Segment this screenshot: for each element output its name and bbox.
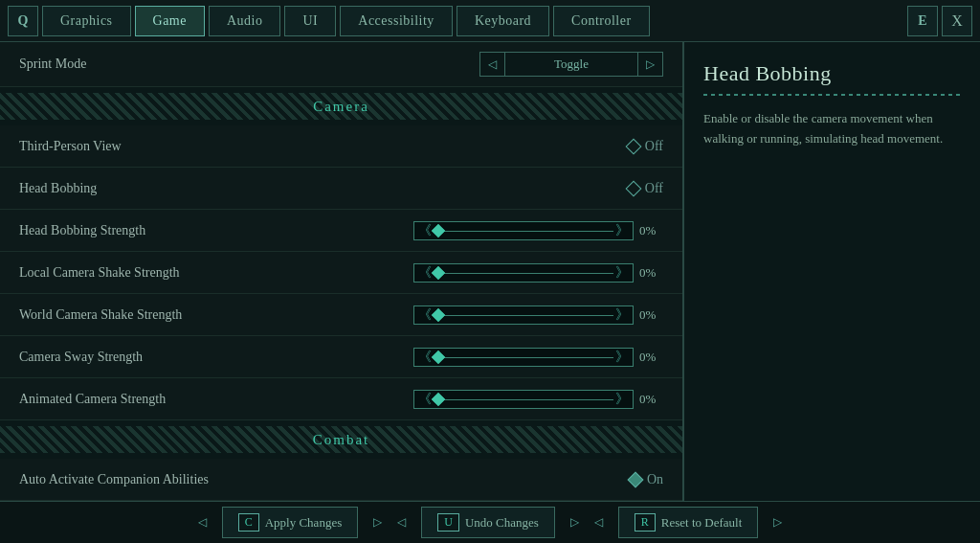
local-camera-shake-value: 0% [639, 265, 663, 281]
slider-arrow-left-4[interactable]: 《 [418, 349, 432, 366]
info-panel: Head Bobbing Enable or disable the camer… [683, 42, 980, 501]
slider-arrow-right-4[interactable]: 》 [615, 349, 629, 366]
reset-key: R [635, 513, 656, 532]
head-bobbing-strength-control[interactable]: 《 》 0% [413, 221, 663, 240]
tab-graphics[interactable]: Graphics [42, 6, 131, 36]
close-button[interactable]: X [942, 6, 972, 36]
companion-abilities-diamond [627, 471, 643, 487]
slider-fill-3 [434, 315, 613, 316]
sprint-toggle[interactable]: ◁ Toggle ▷ [479, 52, 663, 77]
slider-arrow-right-2[interactable]: 》 [615, 264, 629, 282]
combat-section-label: Combat [294, 432, 390, 448]
tab-game[interactable]: Game [135, 6, 205, 36]
sprint-mode-control[interactable]: ◁ Toggle ▷ [479, 52, 663, 77]
world-camera-shake-slider[interactable]: 《 》 [413, 305, 634, 325]
local-camera-shake-control[interactable]: 《 》 0% [413, 263, 663, 283]
third-person-view-label: Third-Person View [19, 139, 628, 154]
third-person-view-control[interactable]: Off [628, 139, 663, 154]
undo-changes-button[interactable]: U Undo Changes [421, 507, 555, 538]
undo-arrow-right: ▷ [570, 515, 579, 530]
sprint-mode-row: Sprint Mode ◁ Toggle ▷ [0, 42, 682, 87]
slider-thumb-4 [432, 350, 445, 363]
sprint-arrow-right[interactable]: ▷ [638, 54, 662, 76]
settings-panel: Sprint Mode ◁ Toggle ▷ Camera Third-Pers… [0, 42, 683, 501]
camera-sway-label: Camera Sway Strength [19, 350, 413, 365]
undo-label: Undo Changes [465, 515, 539, 531]
animated-camera-value: 0% [639, 392, 663, 407]
reset-to-default-button[interactable]: R Reset to Default [618, 507, 759, 538]
animated-camera-row: Animated Camera Strength 《 》 0% [0, 378, 682, 420]
tab-controller[interactable]: Controller [553, 6, 650, 36]
tab-audio[interactable]: Audio [209, 6, 281, 36]
combat-section-divider: Combat [0, 420, 682, 459]
camera-sway-slider[interactable]: 《 》 [413, 348, 634, 367]
undo-arrow-left: ◁ [397, 515, 406, 530]
companion-abilities-control[interactable]: On [630, 472, 663, 487]
companion-abilities-value: On [647, 472, 663, 487]
slider-arrow-left-5[interactable]: 《 [418, 391, 432, 408]
companion-abilities-label: Auto Activate Companion Abilities [19, 472, 630, 487]
companion-abilities-row: Auto Activate Companion Abilities On [0, 459, 682, 501]
undo-key: U [437, 513, 459, 532]
third-person-view-value: Off [645, 139, 663, 154]
slider-fill-5 [434, 399, 613, 400]
top-nav: Q Graphics Game Audio UI Accessibility K… [0, 0, 980, 42]
head-bobbing-value: Off [645, 181, 663, 196]
nav-corner-right: E [907, 6, 938, 36]
animated-camera-slider[interactable]: 《 》 [413, 390, 634, 409]
local-camera-shake-slider[interactable]: 《 》 [413, 263, 634, 283]
head-bobbing-strength-slider[interactable]: 《 》 [413, 221, 634, 240]
world-camera-shake-control[interactable]: 《 》 0% [413, 305, 663, 325]
camera-divider-pattern: Camera [0, 93, 682, 120]
local-camera-shake-label: Local Camera Shake Strength [19, 265, 413, 281]
animated-camera-label: Animated Camera Strength [19, 392, 413, 407]
info-description: Enable or disable the camera movement wh… [703, 109, 961, 149]
apply-key: C [238, 513, 259, 532]
slider-fill [434, 231, 613, 232]
slider-fill-4 [434, 357, 613, 358]
local-camera-shake-row: Local Camera Shake Strength 《 》 0% [0, 252, 682, 294]
head-bobbing-row: Head Bobbing Off [0, 168, 682, 210]
info-divider [703, 94, 961, 96]
head-bobbing-diamond [625, 180, 641, 196]
reset-label: Reset to Default [661, 515, 742, 531]
head-bobbing-strength-value: 0% [639, 223, 663, 238]
third-person-view-diamond [625, 138, 641, 154]
info-title: Head Bobbing [703, 61, 961, 86]
camera-section-divider: Camera [0, 87, 682, 125]
third-person-view-row: Third-Person View Off [0, 125, 682, 168]
head-bobbing-strength-row: Head Bobbing Strength 《 》 0% [0, 210, 682, 252]
slider-thumb-3 [432, 307, 445, 321]
apply-changes-button[interactable]: C Apply Changes [222, 507, 359, 538]
slider-arrow-right-5[interactable]: 》 [615, 391, 629, 408]
bottom-bar: ◁ C Apply Changes ▷ ◁ U Undo Changes ▷ ◁… [0, 501, 980, 543]
animated-camera-control[interactable]: 《 》 0% [413, 390, 663, 409]
slider-arrow-left-2[interactable]: 《 [418, 264, 432, 282]
slider-thumb [432, 223, 445, 237]
head-bobbing-control[interactable]: Off [628, 181, 663, 196]
slider-thumb-2 [432, 265, 445, 279]
slider-arrow-left[interactable]: 《 [418, 222, 432, 239]
slider-thumb-5 [432, 392, 445, 405]
slider-arrow-left-3[interactable]: 《 [418, 306, 432, 324]
tab-ui[interactable]: UI [284, 6, 336, 36]
combat-divider-pattern: Combat [0, 426, 682, 453]
reset-arrow-left: ◁ [594, 515, 603, 530]
camera-sway-value: 0% [639, 350, 663, 365]
slider-arrow-right-3[interactable]: 》 [615, 306, 629, 324]
tab-keyboard[interactable]: Keyboard [457, 6, 549, 36]
slider-fill-2 [434, 273, 613, 274]
camera-section-label: Camera [294, 99, 389, 115]
nav-corner-left: Q [8, 6, 38, 36]
sprint-mode-label: Sprint Mode [19, 57, 479, 72]
head-bobbing-label: Head Bobbing [19, 181, 628, 196]
world-camera-shake-label: World Camera Shake Strength [19, 307, 413, 323]
apply-arrow-left: ◁ [198, 515, 207, 530]
sprint-arrow-left[interactable]: ◁ [480, 54, 504, 76]
slider-arrow-right[interactable]: 》 [615, 222, 629, 239]
tab-accessibility[interactable]: Accessibility [340, 6, 453, 36]
camera-sway-row: Camera Sway Strength 《 》 0% [0, 336, 682, 378]
world-camera-shake-value: 0% [639, 307, 663, 323]
camera-sway-control[interactable]: 《 》 0% [413, 348, 663, 367]
world-camera-shake-row: World Camera Shake Strength 《 》 0% [0, 294, 682, 336]
